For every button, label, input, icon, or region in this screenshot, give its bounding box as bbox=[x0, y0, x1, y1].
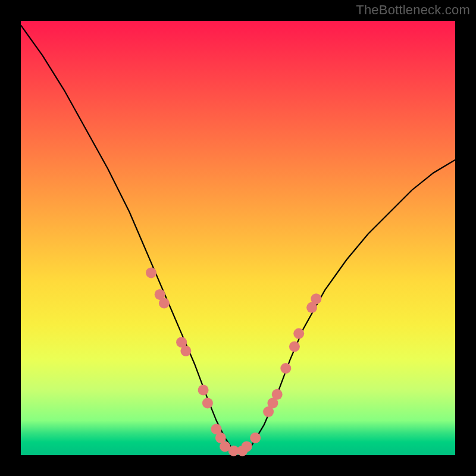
curve-marker bbox=[280, 363, 291, 374]
chart-frame: TheBottleneck.com bbox=[0, 0, 476, 476]
watermark-text: TheBottleneck.com bbox=[356, 2, 470, 18]
curve-marker bbox=[293, 328, 304, 339]
bottleneck-curve bbox=[21, 25, 455, 450]
curve-marker bbox=[180, 346, 191, 356]
curve-marker bbox=[272, 389, 283, 400]
curve-markers bbox=[146, 267, 321, 456]
curve-marker bbox=[250, 433, 261, 443]
curve-marker bbox=[146, 267, 156, 278]
chart-svg bbox=[21, 21, 455, 455]
curve-marker bbox=[311, 293, 321, 304]
curve-marker bbox=[202, 397, 213, 408]
plot-area bbox=[21, 21, 455, 455]
curve-marker bbox=[198, 385, 209, 396]
curve-marker bbox=[159, 298, 170, 309]
curve-marker bbox=[289, 342, 300, 352]
curve-marker bbox=[242, 441, 252, 452]
